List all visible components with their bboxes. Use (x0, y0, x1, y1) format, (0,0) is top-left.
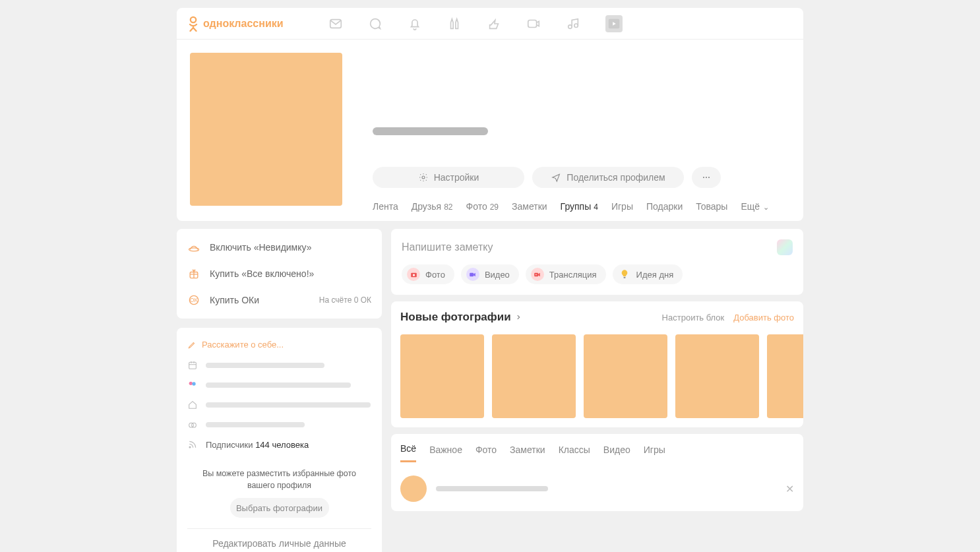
feed-tab-video[interactable]: Видео (603, 445, 630, 462)
svg-point-16 (192, 382, 195, 385)
svg-point-6 (422, 176, 425, 179)
tv-icon[interactable] (605, 15, 623, 32)
new-photos-card: Новые фотографии Настроить блок Добавить… (391, 301, 803, 427)
home-icon (187, 400, 198, 410)
svg-rect-22 (470, 272, 474, 276)
about-line-subscribers[interactable]: Подписчики 144 человека (187, 439, 371, 450)
likes-icon[interactable] (487, 16, 501, 31)
feed-tab-classes[interactable]: Классы (559, 445, 590, 462)
rss-icon (187, 439, 198, 450)
tab-more[interactable]: Ещё⌄ (741, 201, 769, 212)
notifications-icon[interactable] (408, 16, 422, 31)
photo-thumbnail[interactable] (675, 334, 759, 418)
svg-point-8 (706, 177, 707, 178)
svg-rect-25 (623, 277, 625, 278)
video-icon[interactable] (526, 16, 541, 31)
close-icon[interactable]: ✕ (785, 483, 794, 495)
photo-thumbnail[interactable] (767, 334, 803, 418)
configure-block-link[interactable]: Настроить блок (662, 313, 725, 322)
feed-card: Всё Важное Фото Заметки Классы Видео Игр… (391, 434, 803, 511)
svg-text:OK: OK (190, 297, 198, 303)
feed-tab-games[interactable]: Игры (644, 445, 665, 462)
hat-icon (187, 241, 200, 254)
svg-point-15 (189, 382, 193, 385)
brand-text: одноклассники (203, 18, 284, 30)
settings-button[interactable]: Настройки (373, 167, 524, 188)
compose-glyph-icon[interactable] (777, 239, 793, 255)
svg-point-18 (192, 423, 197, 427)
balance-text: На счёте 0 ОК (319, 295, 371, 305)
videocam-icon (466, 268, 479, 281)
about-yourself-link[interactable]: Расскажите о себе... (187, 340, 371, 350)
tab-gifts[interactable]: Подарки (646, 201, 683, 212)
feed-tab-important[interactable]: Важное (429, 445, 462, 462)
photo-thumbnail[interactable] (492, 334, 576, 418)
chip-photo[interactable]: Фото (402, 264, 454, 284)
svg-point-24 (536, 274, 537, 275)
promo-buy-oks[interactable]: OK Купить ОКи На счёте 0 ОК (177, 287, 382, 313)
more-actions-button[interactable] (692, 167, 721, 188)
feed-tab-notes[interactable]: Заметки (510, 445, 545, 462)
about-card: Расскажите о себе... (177, 328, 382, 552)
svg-point-21 (412, 274, 414, 276)
feed-item-text-placeholder (436, 486, 548, 491)
svg-point-7 (703, 177, 704, 178)
pencil-icon (187, 340, 197, 350)
svg-point-19 (189, 446, 191, 448)
select-photos-button[interactable]: Выбрать фотографии (230, 498, 329, 518)
edit-personal-data-link[interactable]: Редактировать личные данные (187, 529, 371, 552)
share-profile-button[interactable]: Поделиться профилем (532, 167, 684, 188)
svg-point-4 (574, 24, 578, 28)
calendar-icon (187, 360, 198, 371)
discussions-icon[interactable] (368, 16, 383, 31)
photo-thumbnail[interactable] (400, 334, 484, 418)
broadcast-icon (531, 268, 544, 281)
featured-photos-hint: Вы можете разместить избранные фото ваше… (187, 459, 371, 498)
profile-name-placeholder (373, 127, 488, 135)
messages-icon[interactable] (328, 16, 343, 31)
chevron-right-icon (515, 314, 522, 321)
feed-tabs: Всё Важное Фото Заметки Классы Видео Игр… (400, 443, 794, 462)
about-line-location (187, 400, 371, 410)
rings-icon (187, 419, 198, 430)
profile-avatar[interactable] (190, 53, 342, 206)
add-photo-link[interactable]: Добавить фото (733, 313, 794, 322)
ok-logo-icon (187, 16, 199, 32)
svg-point-9 (708, 177, 710, 178)
promo-all-inclusive[interactable]: Купить «Все включено!» (177, 261, 382, 287)
svg-rect-2 (528, 20, 536, 27)
tab-photos[interactable]: Фото29 (466, 201, 499, 212)
tab-groups[interactable]: Группы4 (561, 201, 598, 212)
chip-stream[interactable]: Трансляция (526, 264, 606, 284)
gift-icon (187, 267, 200, 280)
tab-goods[interactable]: Товары (696, 201, 727, 212)
compose-input[interactable]: Напишите заметку (402, 241, 493, 253)
tab-games[interactable]: Игры (611, 201, 633, 212)
logo[interactable]: одноклассники (187, 16, 284, 32)
profile-tabs: Лента Друзья82 Фото29 Заметки Группы4 Иг… (373, 201, 790, 221)
svg-rect-14 (189, 362, 197, 369)
tab-friends[interactable]: Друзья82 (412, 201, 453, 212)
coin-icon: OK (187, 293, 200, 307)
new-photos-title[interactable]: Новые фотографии (400, 311, 522, 324)
promo-card: Включить «Невидимку» Купить «Все включен… (177, 229, 382, 319)
photo-thumbnail[interactable] (584, 334, 667, 418)
camera-icon (407, 268, 420, 281)
tab-notes[interactable]: Заметки (512, 201, 547, 212)
chip-idea[interactable]: Идея дня (613, 264, 683, 284)
music-icon[interactable] (566, 16, 580, 31)
about-line-celebration (187, 380, 371, 390)
balloons-icon (187, 380, 198, 390)
lightbulb-icon (618, 268, 631, 281)
chip-video[interactable]: Видео (461, 264, 519, 284)
promo-invisible[interactable]: Включить «Невидимку» (177, 234, 382, 261)
feed-tab-all[interactable]: Всё (400, 443, 416, 462)
feed-tab-photos[interactable]: Фото (475, 445, 497, 462)
about-line-birthday (187, 360, 371, 371)
guests-icon[interactable] (447, 16, 462, 31)
feed-item-avatar[interactable] (400, 475, 427, 502)
topbar: одноклассники (177, 8, 803, 40)
tab-feed[interactable]: Лента (373, 201, 398, 212)
profile-cover: Настройки Поделиться профилем Лента Друз… (177, 40, 803, 221)
compose-card: Напишите заметку Фото Видео Трансляция (391, 229, 803, 295)
